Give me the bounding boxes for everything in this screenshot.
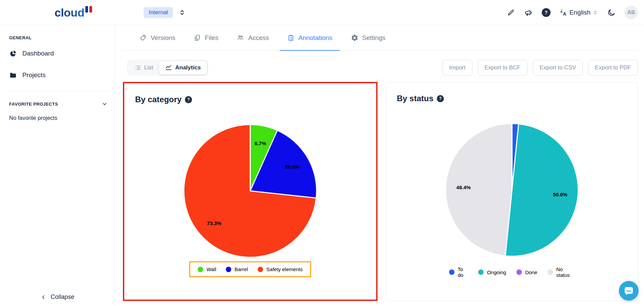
sidebar-item-projects[interactable]: Projects xyxy=(0,67,115,84)
legend-label: Safety elements xyxy=(266,266,303,272)
by-status-card: By status ? 50.0%48.4% To doOngoingDoneN… xyxy=(386,82,638,301)
tab-settings[interactable]: Settings xyxy=(343,25,393,51)
pie-chart-svg: 50.0%48.4% xyxy=(444,122,580,258)
pie-slice-label: 73.3% xyxy=(207,220,221,226)
clipboard-icon xyxy=(287,34,295,42)
pie-slice[interactable] xyxy=(446,124,512,256)
files-icon xyxy=(194,34,201,42)
tab-label: Access xyxy=(248,34,269,42)
legend-dot xyxy=(226,267,231,272)
tab-access[interactable]: Access xyxy=(229,25,276,51)
collapse-sidebar-button[interactable]: Collapse xyxy=(0,293,115,301)
pie-slice-label: 6.7% xyxy=(255,140,266,146)
gear-icon xyxy=(351,34,359,42)
legend-item[interactable]: No status xyxy=(548,266,575,278)
workspace-selector[interactable]: Internal xyxy=(144,7,173,18)
legend-label: Ongoing xyxy=(487,269,506,275)
app-logo[interactable]: cloud xyxy=(55,7,92,18)
tab-versions[interactable]: Versions xyxy=(132,25,183,51)
sidebar: GENERAL Dashboard Projects FAVORITE PROJ… xyxy=(0,25,115,306)
tab-files[interactable]: Files xyxy=(186,25,226,51)
import-button[interactable]: Import xyxy=(443,60,472,75)
edit-pencil-icon[interactable] xyxy=(507,8,515,17)
language-caret-icon xyxy=(593,10,598,15)
tab-label: Annotations xyxy=(298,34,332,42)
chat-launcher-button[interactable] xyxy=(619,281,639,301)
category-pie-chart: 6.7%20.0%73.3% xyxy=(183,123,318,259)
french-flag-icon xyxy=(85,6,92,13)
sidebar-item-label: Projects xyxy=(22,71,46,79)
by-category-card: By category ? 6.7%20.0%73.3% WallBarrelS… xyxy=(123,82,378,301)
svg-text:A: A xyxy=(563,11,566,17)
pie-slice-label: 20.0% xyxy=(285,164,300,170)
legend-label: Wall xyxy=(207,266,216,272)
view-mode-switch: List Analytics xyxy=(127,60,208,76)
chevron-down-icon xyxy=(101,101,108,107)
pie-slice-label: 50.0% xyxy=(553,192,567,197)
legend-item[interactable]: To do xyxy=(449,266,468,278)
legend-item[interactable]: Wall xyxy=(198,266,216,272)
translate-icon: xA xyxy=(559,8,567,17)
category-legend: WallBarrelSafety elements xyxy=(189,261,311,277)
avatar[interactable]: AB xyxy=(624,6,638,19)
sidebar-item-label: Dashboard xyxy=(22,50,54,57)
legend-item[interactable]: Barrel xyxy=(226,266,248,272)
legend-dot xyxy=(516,269,522,275)
export-actions: Import Export to BCF Export to CSV Expor… xyxy=(443,60,638,75)
language-selector[interactable]: xA English xyxy=(559,8,598,17)
legend-dot xyxy=(449,269,454,275)
by-status-title: By status xyxy=(397,94,433,103)
status-legend: To doOngoingDoneNo status xyxy=(449,266,575,278)
analytics-icon xyxy=(165,64,172,71)
favorites-empty-text: No favorite projects xyxy=(0,115,115,121)
help-badge-icon[interactable]: ? xyxy=(437,95,444,102)
sidebar-section-favorites: FAVORITE PROJECTS xyxy=(9,102,58,107)
legend-item[interactable]: Ongoing xyxy=(478,269,506,275)
collapse-label: Collapse xyxy=(50,293,74,301)
pie-slice[interactable] xyxy=(505,124,578,256)
help-badge-icon[interactable]: ? xyxy=(185,96,192,103)
workspace-caret-icon[interactable] xyxy=(178,9,186,16)
by-category-title: By category xyxy=(135,95,181,104)
status-pie-chart: 50.0%48.4% xyxy=(444,122,580,258)
legend-label: No status xyxy=(556,266,575,278)
folder-icon xyxy=(9,71,17,79)
sidebar-item-dashboard[interactable]: Dashboard xyxy=(0,45,115,62)
chevron-left-icon xyxy=(40,294,46,300)
legend-dot xyxy=(548,269,553,275)
legend-label: Barrel xyxy=(235,266,248,272)
legend-item[interactable]: Done xyxy=(516,269,537,275)
people-icon xyxy=(237,34,244,42)
sidebar-divider xyxy=(8,91,115,91)
pie-slice-label: 48.4% xyxy=(456,184,471,190)
dark-mode-moon-icon[interactable] xyxy=(607,8,616,17)
megaphone-icon[interactable] xyxy=(524,8,533,17)
tab-label: Versions xyxy=(151,34,175,42)
view-mode-label: Analytics xyxy=(175,64,201,71)
top-header: cloud Internal ? xA English AB xyxy=(0,0,644,25)
legend-dot xyxy=(258,267,263,272)
export-pdf-button[interactable]: Export to PDF xyxy=(588,60,638,75)
list-icon xyxy=(134,64,141,71)
legend-item[interactable]: Safety elements xyxy=(258,266,303,272)
help-icon[interactable]: ? xyxy=(542,8,551,17)
tag-icon xyxy=(139,34,147,42)
pie-chart-icon xyxy=(9,50,17,58)
tab-bar: Versions Files Access Annotations Settin… xyxy=(123,25,638,51)
legend-label: To do xyxy=(458,266,468,278)
view-mode-list[interactable]: List xyxy=(128,61,159,74)
sidebar-section-general: GENERAL xyxy=(0,35,115,40)
tab-label: Settings xyxy=(362,34,386,42)
export-csv-button[interactable]: Export to CSV xyxy=(533,60,583,75)
legend-label: Done xyxy=(525,269,537,275)
view-mode-analytics[interactable]: Analytics xyxy=(159,61,207,74)
legend-dot xyxy=(478,269,484,275)
language-label: English xyxy=(570,9,591,16)
export-bcf-button[interactable]: Export to BCF xyxy=(478,60,528,75)
chat-bubble-icon xyxy=(624,286,634,296)
tab-annotations[interactable]: Annotations xyxy=(280,25,340,51)
annotations-toolbar: List Analytics Import Export to BCF Expo… xyxy=(123,60,638,76)
svg-text:x: x xyxy=(560,9,563,14)
sidebar-favorites-header[interactable]: FAVORITE PROJECTS xyxy=(0,101,115,107)
pie-chart-svg: 6.7%20.0%73.3% xyxy=(183,123,318,259)
